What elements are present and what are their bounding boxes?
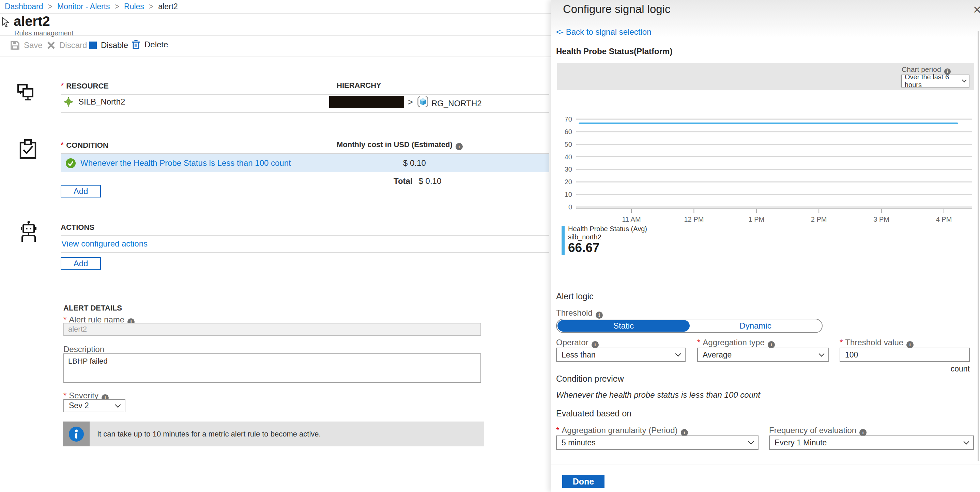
info-icon[interactable]: i (681, 429, 688, 436)
signal-name: Health Probe Status(Platform) (556, 47, 672, 56)
cost-header: Monthly cost in USD (Estimated)i (337, 140, 463, 150)
aggregation-granularity-select[interactable]: 5 minutes (556, 435, 759, 450)
aggregation-granularity-label: *Aggregation granularity (Period)i (556, 425, 688, 436)
svg-text:50: 50 (565, 141, 572, 148)
resource-name: SILB_North2 (78, 97, 125, 106)
svg-text:0: 0 (568, 203, 572, 211)
actions-robot-icon (19, 221, 38, 243)
svg-text:3 PM: 3 PM (873, 216, 889, 223)
required-asterisk: * (60, 140, 64, 149)
frequency-value: Every 1 Minute (775, 438, 827, 448)
frequency-select[interactable]: Every 1 Minute (769, 435, 974, 450)
operator-select[interactable]: Less than (556, 348, 686, 362)
condition-preview-text: Whenever the health probe status is less… (556, 390, 760, 400)
condition-link[interactable]: Whenever the Health Probe Status is Less… (80, 158, 291, 168)
save-icon (10, 41, 20, 50)
resource-group-cube-icon (417, 96, 429, 107)
breadcrumb-monitor-alerts[interactable]: Monitor - Alerts (57, 2, 110, 11)
close-icon[interactable]: × (973, 2, 980, 17)
disable-square-icon (89, 41, 97, 49)
threshold-dynamic-option[interactable]: Dynamic (690, 320, 821, 332)
svg-text:1 PM: 1 PM (748, 216, 764, 223)
operator-value: Less than (562, 350, 596, 360)
breadcrumb-current: alert2 (158, 2, 178, 11)
discard-x-icon (47, 41, 55, 49)
svg-text:10: 10 (565, 190, 572, 198)
chevron-down-icon (964, 439, 969, 445)
hierarchy-header: HIERARCHY (337, 81, 381, 90)
divider (60, 113, 549, 113)
breadcrumb-dashboard[interactable]: Dashboard (5, 2, 43, 11)
panel-title: Configure signal logic (563, 3, 671, 16)
frequency-label: Frequency of evaluationi (769, 425, 867, 436)
disable-button[interactable]: Disable (89, 41, 128, 50)
divider (60, 94, 549, 95)
breadcrumb-separator: > (149, 2, 153, 11)
info-icon[interactable]: i (592, 341, 599, 348)
condition-total: Total $ 0.10 (394, 176, 441, 186)
discard-button[interactable]: Discard (47, 41, 87, 50)
done-button[interactable]: Done (562, 475, 605, 488)
main-content: Dashboard > Monitor - Alerts > Rules > a… (0, 0, 551, 492)
condition-clipboard-icon (19, 139, 38, 159)
description-textarea[interactable]: LBHP failed (64, 354, 481, 383)
load-balancer-icon (64, 97, 73, 107)
threshold-static-option[interactable]: Static (557, 320, 690, 332)
chart-period-select[interactable]: Over the last 6 hours (901, 75, 969, 87)
alert-rule-name-input[interactable] (64, 323, 481, 336)
configure-signal-logic-panel: Configure signal logic × <- Back to sign… (551, 0, 980, 492)
add-action-button[interactable]: Add (60, 257, 101, 270)
svg-text:70: 70 (565, 116, 572, 123)
actions-header: ACTIONS (60, 223, 94, 232)
aggregation-value: Average (703, 350, 732, 360)
condition-header: *CONDITION (60, 140, 108, 150)
threshold-toggle: Static Dynamic (556, 319, 822, 333)
chart-period-value: Over the last 6 hours (905, 73, 963, 89)
breadcrumb: Dashboard > Monitor - Alerts > Rules > a… (5, 0, 178, 13)
chevron-down-icon (962, 78, 967, 83)
aggregation-type-select[interactable]: Average (697, 348, 829, 362)
chevron-down-icon (115, 402, 121, 408)
svg-text:20: 20 (565, 178, 572, 186)
check-circle-icon (65, 158, 76, 168)
svg-text:30: 30 (565, 165, 572, 173)
severity-value: Sev 2 (69, 401, 89, 410)
breadcrumb-rules[interactable]: Rules (124, 2, 144, 11)
condition-cost: $ 0.10 (403, 158, 426, 168)
aggregation-type-label: *Aggregation typei (697, 338, 775, 348)
legend-color-bar (562, 226, 565, 255)
back-to-signal-selection-link[interactable]: <- Back to signal selection (556, 27, 651, 37)
info-icon[interactable]: i (768, 341, 775, 348)
add-condition-button[interactable]: Add (60, 185, 101, 197)
info-icon[interactable]: i (907, 341, 913, 348)
svg-text:40: 40 (565, 153, 572, 161)
threshold-value-label: *Threshold valuei (840, 338, 913, 348)
resource-row[interactable]: SILB_North2 (64, 97, 125, 107)
chevron-down-icon (675, 351, 681, 357)
condition-preview-heading: Condition preview (556, 374, 624, 384)
threshold-value-input[interactable] (840, 348, 970, 362)
evaluated-heading: Evaluated based on (556, 409, 632, 419)
total-value: $ 0.10 (419, 176, 442, 186)
view-configured-actions-link[interactable]: View configured actions (61, 239, 148, 249)
svg-text:12 PM: 12 PM (684, 216, 704, 223)
info-icon[interactable]: i (456, 143, 463, 150)
info-icon (68, 426, 84, 442)
severity-select[interactable]: Sev 2 (64, 399, 126, 412)
info-icon[interactable]: i (596, 311, 603, 319)
save-button[interactable]: Save (10, 41, 43, 50)
required-asterisk: * (60, 81, 64, 90)
legend-resource-name: silb_north2 (568, 233, 601, 241)
redacted-subscription (329, 96, 404, 108)
panel-scrollbar[interactable] (978, 31, 979, 461)
delete-button[interactable]: Delete (132, 40, 168, 49)
info-icon[interactable]: i (859, 429, 867, 436)
azure-portal-page: Dashboard > Monitor - Alerts > Rules > a… (0, 0, 980, 492)
chevron-down-icon (819, 351, 825, 357)
svg-text:11 AM: 11 AM (622, 216, 641, 223)
resource-monitors-icon (17, 83, 36, 103)
condition-row[interactable]: Whenever the Health Probe Status is Less… (60, 154, 549, 172)
info-note-text: It can take up to 10 minutes for a metri… (97, 422, 321, 446)
chevron-down-icon (748, 439, 754, 445)
total-label: Total (394, 176, 413, 186)
